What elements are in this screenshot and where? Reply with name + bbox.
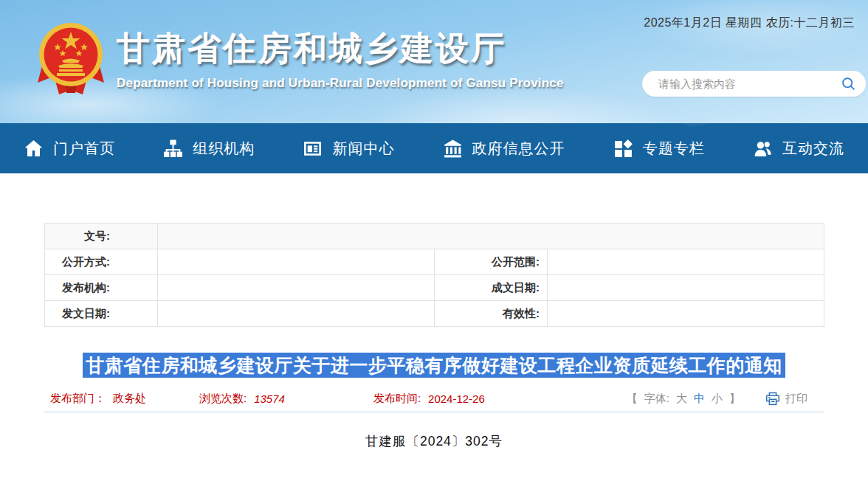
site-title: 甘肃省住房和城乡建设厅 — [117, 27, 564, 71]
article-title: 甘肃省住房和城乡建设厅关于进一步平稳有序做好建设工程企业资质延续工作的通知 — [44, 352, 824, 377]
font-size-controls: 【 字体: 大 中 小 】 — [627, 392, 740, 406]
meta-views-value: 13574 — [254, 392, 285, 405]
font-size-label: 字体: — [644, 392, 669, 406]
org-chart-icon — [163, 139, 183, 159]
field-value-open-scope — [548, 249, 824, 275]
meta-department-value: 政务处 — [113, 392, 146, 406]
nav-item-organization[interactable]: 组织机构 — [163, 139, 255, 159]
site-brand: 甘肃省住房和城乡建设厅 Department of Housing and Ur… — [37, 19, 564, 97]
site-header: 2025年1月2日 星期四 农历:十二月初三 — [0, 0, 868, 123]
field-label-validity: 有效性: — [435, 301, 548, 327]
search-icon[interactable] — [841, 76, 866, 91]
table-row-issue-validity: 发文日期: 有效性: — [45, 301, 824, 327]
meta-publish-time: 发布时间: 2024-12-26 — [373, 392, 485, 406]
newspaper-icon — [303, 139, 323, 159]
document-info-table: 文号: 公开方式: 公开范围: 发布机构: 成文日期: 发文日期: — [44, 223, 824, 327]
topics-grid-icon — [613, 139, 633, 159]
meta-views-label: 浏览次数: — [199, 392, 247, 406]
field-label-open-scope: 公开范围: — [435, 249, 548, 275]
main-nav: 门户首页 组织机构 新闻中心 — [0, 123, 868, 173]
nav-label: 专题专栏 — [643, 139, 705, 159]
nav-item-news[interactable]: 新闻中心 — [303, 139, 394, 159]
meta-department: 发布部门： 政务处 — [50, 392, 146, 406]
meta-views: 浏览次数: 13574 — [199, 392, 285, 406]
nav-item-topics[interactable]: 专题专栏 — [613, 139, 705, 159]
print-button[interactable]: 打印 — [765, 392, 807, 406]
nav-label: 门户首页 — [53, 139, 115, 159]
date-text: 2025年1月2日 星期四 农历:十二月初三 — [644, 15, 855, 31]
bracket-close: 】 — [729, 392, 740, 406]
nav-label: 组织机构 — [193, 139, 255, 159]
brand-text: 甘肃省住房和城乡建设厅 Department of Housing and Ur… — [117, 19, 564, 91]
field-value-publish-org — [158, 275, 435, 301]
meta-publish-time-label: 发布时间: — [373, 392, 421, 406]
article-meta-bar: 发布部门： 政务处 浏览次数: 13574 发布时间: 2024-12-26 【… — [44, 390, 824, 412]
nav-label: 政府信息公开 — [472, 139, 565, 159]
people-icon — [753, 139, 773, 159]
search-input[interactable] — [642, 77, 841, 90]
font-size-small-button[interactable]: 小 — [712, 392, 723, 406]
home-icon — [24, 139, 44, 159]
page: 2025年1月2日 星期四 农历:十二月初三 — [0, 0, 868, 450]
meta-publish-time-value: 2024-12-26 — [428, 392, 485, 405]
field-label-written-date: 成文日期: — [435, 275, 548, 301]
nav-label: 互动交流 — [782, 139, 844, 159]
table-row-org-date: 发布机构: 成文日期: — [45, 275, 824, 301]
field-value-written-date — [548, 275, 824, 301]
article-title-highlighted-text: 甘肃省住房和城乡建设厅关于进一步平稳有序做好建设工程企业资质延续工作的通知 — [83, 353, 785, 378]
font-size-medium-button[interactable]: 中 — [694, 392, 705, 406]
field-value-open-method — [158, 249, 435, 275]
table-row-doc-number: 文号: — [45, 224, 824, 249]
field-value-issue-date — [158, 301, 435, 327]
search-box[interactable] — [642, 71, 866, 97]
font-size-large-button[interactable]: 大 — [676, 392, 687, 406]
nav-item-interaction[interactable]: 互动交流 — [753, 139, 844, 159]
print-label: 打印 — [785, 392, 807, 406]
bracket-open: 【 — [627, 392, 638, 406]
printer-icon — [765, 392, 780, 406]
site-title-english: Department of Housing and Urban-Rural De… — [117, 76, 564, 91]
gov-building-icon — [443, 139, 463, 159]
national-emblem-icon — [37, 19, 105, 97]
nav-item-gov-info[interactable]: 政府信息公开 — [443, 139, 565, 159]
table-row-open: 公开方式: 公开范围: — [45, 249, 824, 275]
field-label-issue-date: 发文日期: — [45, 301, 158, 327]
nav-item-home[interactable]: 门户首页 — [24, 139, 115, 159]
meta-department-label: 发布部门： — [50, 392, 106, 406]
field-value-validity — [548, 301, 824, 327]
field-value-doc-no — [158, 224, 824, 249]
article-page: 文号: 公开方式: 公开范围: 发布机构: 成文日期: 发文日期: — [44, 223, 824, 450]
field-label-doc-no: 文号: — [45, 224, 158, 249]
field-label-open-method: 公开方式: — [45, 249, 158, 275]
field-label-publish-org: 发布机构: — [45, 275, 158, 301]
document-reference-number: 甘建服〔2024〕302号 — [44, 432, 824, 450]
nav-label: 新闻中心 — [332, 139, 394, 159]
